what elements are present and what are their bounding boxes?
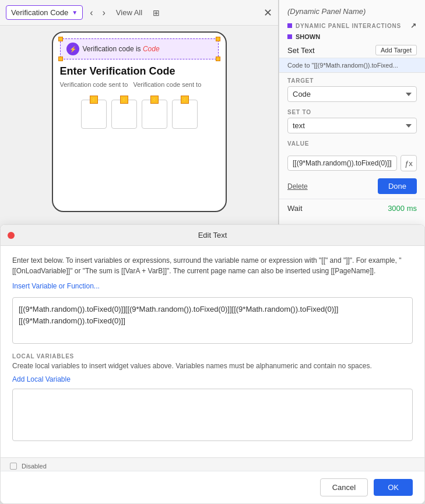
set-to-label: SET TO [287, 109, 417, 115]
code-box-1: ⚡ [81, 100, 107, 129]
nav-prev-button[interactable]: ‹ [87, 6, 95, 19]
ok-button[interactable]: OK [374, 479, 413, 496]
code-box-4: ⚡ [172, 100, 198, 129]
code-box-badge-4: ⚡ [181, 96, 189, 104]
code-inputs: ⚡ ⚡ ⚡ ⚡ [60, 95, 219, 133]
target-field-group: TARGET Code [279, 73, 425, 104]
widget-text: Verification code is Code [83, 45, 160, 53]
dialog-description: Enter text below. To insert variables or… [12, 255, 413, 276]
canvas-toolbar: Verification Code ▼ ‹ › View All ⊞ ✕ [0, 0, 278, 26]
add-local-variable-link[interactable]: Add Local Variable [12, 375, 71, 383]
canvas-area: Verification Code ▼ ‹ › View All ⊞ ✕ ⚡ V… [0, 0, 279, 227]
code-box-2: ⚡ [111, 100, 137, 129]
dialog-title: Edit Text [198, 231, 227, 239]
action-footer: Delete Done [279, 174, 425, 199]
insert-variable-link[interactable]: Insert Variable or Function... [12, 282, 413, 290]
chevron-down-icon: ▼ [72, 9, 78, 16]
traffic-light-icon[interactable] [8, 232, 15, 239]
local-vars-area [12, 389, 413, 441]
local-vars-description: Create local variables to insert widget … [12, 362, 413, 370]
panel-section-label: DYNAMIC PANEL INTERACTIONS ↗ [279, 18, 425, 32]
set-text-title: Set Text [287, 46, 315, 55]
grid-button[interactable]: ⊞ [150, 7, 162, 19]
phone-subtitle: Verification code sent to Verification c… [60, 81, 219, 88]
code-box-badge-1: ⚡ [90, 96, 98, 104]
code-preview-bar: Code to "[[(9*Math.random()).toFixed... [279, 58, 425, 73]
verification-widget: ⚡ Verification code is Code [60, 38, 219, 59]
corner-br [216, 57, 220, 61]
close-button[interactable]: ✕ [264, 6, 272, 19]
dialog-footer: Cancel OK [1, 471, 424, 503]
value-field-group: VALUE [279, 136, 425, 151]
shown-label-row: SHOWN [279, 32, 425, 43]
panel-title: (Dynamic Panel Name) [279, 0, 425, 18]
section-dot-icon [287, 23, 292, 28]
local-vars-label: LOCAL VARIABLES [12, 353, 413, 360]
external-link-icon[interactable]: ↗ [410, 22, 417, 30]
phone-mockup: ⚡ Verification code is Code Enter Verifi… [52, 31, 227, 212]
corner-tr [216, 37, 220, 41]
dialog-titlebar: Edit Text [1, 225, 424, 246]
code-highlight: Code [143, 45, 160, 53]
corner-tl [58, 37, 63, 41]
corner-bl [58, 57, 63, 61]
code-box-badge-2: ⚡ [120, 96, 128, 104]
local-vars-section: LOCAL VARIABLES Create local variables t… [12, 353, 413, 441]
component-name: Verification Code [11, 8, 68, 17]
dialog-body: Enter text below. To insert variables or… [1, 246, 424, 457]
text-editor-area[interactable]: [[(9*Math.random()).toFixed(0)]][[(9*Mat… [12, 297, 413, 344]
disabled-checkbox[interactable] [10, 463, 17, 470]
value-row: ƒx [279, 151, 425, 174]
wait-row: Wait 3000 ms [279, 199, 425, 217]
wait-value: 3000 ms [388, 204, 417, 213]
nav-next-button[interactable]: › [100, 6, 108, 19]
set-to-field-group: SET TO text [279, 104, 425, 136]
component-selector[interactable]: Verification Code ▼ [6, 5, 83, 20]
add-target-button[interactable]: Add Target [375, 45, 417, 55]
shown-dot-icon [287, 34, 292, 39]
delete-button[interactable]: Delete [287, 182, 308, 191]
edit-text-dialog: Edit Text Enter text below. To insert va… [0, 224, 425, 504]
set-to-select[interactable]: text [287, 118, 417, 133]
target-label: TARGET [287, 77, 417, 84]
view-all-button[interactable]: View All [113, 7, 146, 18]
target-select[interactable]: Code [287, 86, 417, 102]
widget-icon: ⚡ [66, 43, 79, 55]
disabled-label: Disabled [22, 463, 47, 470]
value-label: VALUE [287, 140, 417, 147]
panel-action-header: Set Text Add Target [279, 43, 425, 58]
right-panel: (Dynamic Panel Name) DYNAMIC PANEL INTER… [279, 0, 425, 227]
phone-title: Enter Verification Code [60, 65, 219, 77]
code-box-3: ⚡ [142, 100, 167, 129]
cancel-button[interactable]: Cancel [320, 478, 368, 496]
code-box-badge-3: ⚡ [150, 96, 159, 104]
done-button[interactable]: Done [378, 178, 417, 194]
wait-label: Wait [287, 204, 303, 213]
phone-inner: ⚡ Verification code is Code Enter Verifi… [53, 33, 226, 139]
fx-button[interactable]: ƒx [401, 155, 417, 171]
value-input[interactable] [287, 156, 397, 171]
phone-mockup-container: ⚡ Verification code is Code Enter Verifi… [0, 26, 278, 227]
